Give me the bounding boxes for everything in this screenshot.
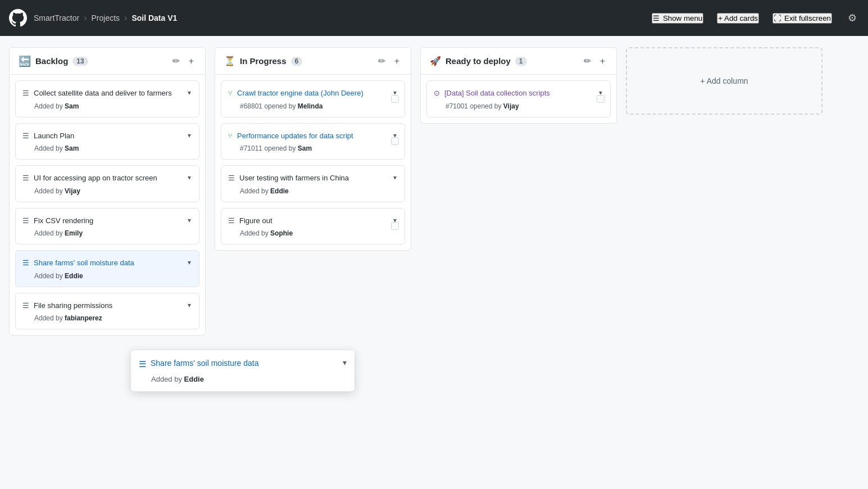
card-title: Figure out: [239, 215, 388, 227]
card-title[interactable]: [Data] Soil data collection scripts: [444, 88, 593, 99]
inprogress-title: In Progress: [240, 56, 287, 66]
note-icon: ☰: [22, 301, 29, 310]
note-icon: ☰: [22, 89, 29, 97]
card-share-farms-backlog: ☰ Share farms' soil moisture data ▾ Adde…: [15, 250, 199, 287]
popup-expand-button[interactable]: ▾: [343, 358, 347, 367]
backlog-title: Backlog: [35, 56, 68, 66]
note-icon: ☰: [22, 132, 29, 140]
breadcrumb-title: Soil Data V1: [131, 13, 177, 22]
exit-fullscreen-button[interactable]: ⛶ Exit fullscreen: [772, 13, 832, 24]
breadcrumb: SmartTractor › Projects › Soil Data V1: [34, 13, 177, 23]
breadcrumb-org[interactable]: SmartTractor: [34, 13, 79, 22]
card-title[interactable]: Crawl tractor engine data (John Deere): [237, 88, 388, 99]
card-title: File sharing permissions: [34, 300, 182, 311]
add-cards-button[interactable]: + Add cards: [717, 13, 759, 24]
card-author: Sam: [65, 144, 79, 152]
column-header-readytodeploy: 🚀 Ready to deploy 1 ✏ +: [421, 48, 616, 75]
card-title[interactable]: Performance updates for data script: [237, 130, 388, 142]
card-author: Sam: [65, 102, 79, 110]
inprogress-count: 6: [291, 57, 303, 66]
card-number: #68801: [240, 102, 262, 110]
card-author: Melinda: [298, 102, 323, 110]
card-title: Fix CSV rendering: [34, 215, 182, 227]
card-expand-button[interactable]: ▾: [187, 300, 192, 310]
note-icon: ☰: [228, 216, 235, 225]
card-meta: Added by Sam: [34, 144, 192, 152]
fullscreen-icon: ⛶: [774, 14, 781, 22]
column-header-backlog: 🔙 Backlog 13 ✏ +: [10, 48, 205, 75]
pr-icon: ⑂: [228, 132, 233, 140]
github-logo: [9, 9, 27, 27]
card-ui-tractor: ☰ UI for accessing app on tractor screen…: [15, 165, 199, 202]
column-inprogress: ⏳ In Progress 6 ✏ + ⑂ Crawl tractor engi…: [215, 47, 411, 251]
card-author: Eddie: [65, 272, 83, 280]
card-performance-updates: ⑂ Performance updates for data script ▾ …: [221, 123, 405, 160]
column-backlog: 🔙 Backlog 13 ✏ + ☰ Collect satellite dat…: [9, 47, 206, 336]
pr-icon: ⑂: [228, 89, 233, 97]
note-icon: ☰: [228, 174, 235, 182]
column-readytodeploy: 🚀 Ready to deploy 1 ✏ + ⊙ [Data] Soil da…: [420, 47, 617, 124]
backlog-edit-button[interactable]: ✏: [170, 55, 182, 67]
card-meta: Added by Eddie: [240, 187, 398, 195]
card-expand-button[interactable]: ▾: [187, 257, 192, 268]
card-expand-button[interactable]: ▾: [187, 173, 192, 183]
card-checkbox[interactable]: [391, 137, 399, 145]
card-title: UI for accessing app on tractor screen: [34, 173, 182, 184]
note-icon: ☰: [22, 259, 29, 267]
card-checkbox[interactable]: [597, 95, 605, 103]
card-author: Emily: [65, 229, 83, 237]
settings-button[interactable]: ⚙: [846, 10, 859, 26]
card-meta: #71011 opened by Sam: [240, 144, 398, 152]
card-meta: #71001 opened by Vijay: [446, 102, 603, 110]
readytodeploy-title: Ready to deploy: [446, 56, 511, 66]
card-author: Vijay: [503, 102, 519, 110]
card-expand-button[interactable]: ▾: [187, 215, 192, 225]
show-menu-label: Show menu: [663, 14, 702, 22]
readytodeploy-add-button[interactable]: +: [598, 55, 607, 67]
backlog-add-button[interactable]: +: [187, 55, 196, 67]
readytodeploy-icon: 🚀: [430, 56, 441, 66]
issue-icon: ⊙: [434, 89, 440, 97]
card-title: User testing with farmers in China: [239, 173, 388, 184]
card-meta: #68801 opened by Melinda: [240, 102, 398, 110]
board-wrapper: 🔙 Backlog 13 ✏ + ☰ Collect satellite dat…: [0, 36, 868, 489]
card-author: Eddie: [270, 187, 289, 195]
card-meta: Added by Vijay: [34, 187, 192, 195]
card-meta: Added by Emily: [34, 229, 192, 237]
card-author: Sophie: [270, 229, 293, 237]
card-author: Vijay: [65, 187, 80, 195]
add-column-button[interactable]: + Add column: [626, 47, 822, 115]
inprogress-add-button[interactable]: +: [392, 55, 402, 67]
card-collect-satellite: ☰ Collect satellite data and deliver to …: [15, 80, 199, 117]
popup-card-title[interactable]: Share farms' soil moisture data: [151, 358, 338, 369]
card-expand-button[interactable]: ▾: [187, 88, 192, 98]
popup-note-icon: ☰: [139, 359, 146, 369]
card-meta: Added by Eddie: [34, 272, 192, 280]
card-meta: Added by fabianperez: [34, 314, 192, 322]
card-expand-button[interactable]: ▾: [187, 130, 192, 141]
card-checkbox[interactable]: [391, 95, 399, 103]
app-header: SmartTractor › Projects › Soil Data V1 ☰…: [0, 0, 868, 36]
card-checkbox[interactable]: [391, 222, 399, 230]
card-crawl-tractor: ⑂ Crawl tractor engine data (John Deere)…: [221, 80, 405, 117]
popup-header: ☰ Share farms' soil moisture data ▾: [139, 358, 347, 369]
backlog-icon: 🔙: [19, 55, 31, 67]
popup-share-farms: ☰ Share farms' soil moisture data ▾ Adde…: [130, 350, 355, 392]
card-number: #71001: [446, 102, 468, 110]
add-column-label: + Add column: [700, 76, 748, 85]
popup-card-meta: Added by Eddie: [151, 375, 347, 383]
card-author: Sam: [298, 144, 312, 152]
note-icon: ☰: [22, 174, 29, 182]
card-title[interactable]: Share farms' soil moisture data: [34, 257, 182, 269]
column-header-inprogress: ⏳ In Progress 6 ✏ +: [215, 48, 411, 75]
card-author: fabianperez: [65, 314, 102, 322]
inprogress-edit-button[interactable]: ✏: [376, 55, 388, 67]
show-menu-button[interactable]: ☰ Show menu: [652, 13, 703, 24]
breadcrumb-sep1: ›: [84, 13, 87, 23]
add-cards-label: + Add cards: [718, 14, 758, 22]
backlog-count: 13: [72, 57, 88, 66]
card-expand-button[interactable]: ▾: [392, 173, 398, 183]
breadcrumb-projects[interactable]: Projects: [91, 13, 120, 22]
readytodeploy-edit-button[interactable]: ✏: [581, 55, 593, 67]
hamburger-icon: ☰: [653, 14, 660, 22]
